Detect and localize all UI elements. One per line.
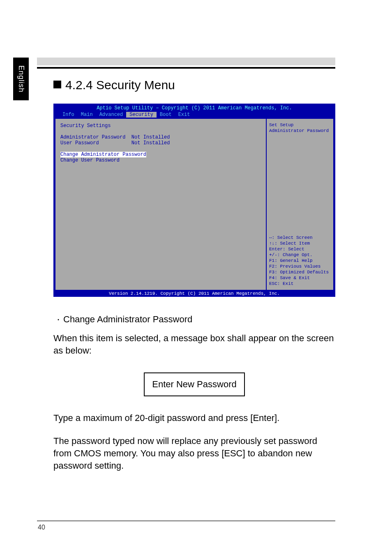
bios-tab-main[interactable]: Main	[78, 112, 96, 118]
bios-row-label: User Password	[60, 140, 99, 146]
bios-key-line: ESC: Exit	[269, 281, 331, 287]
bios-key-line: ↑↓: Select Item	[269, 240, 331, 246]
paragraph: Type a maximum of 20-digit password and …	[53, 412, 335, 424]
page: English 4.2.4 Security Menu Aptio Setup …	[0, 0, 392, 555]
bios-row: Administrator Password Not Installed	[60, 134, 261, 140]
bios-tab-advanced[interactable]: Advanced	[96, 112, 127, 118]
bios-row: User Password Not Installed	[60, 140, 261, 146]
bullet-text: Change Administrator Password	[63, 314, 192, 325]
bios-tab-exit[interactable]: Exit	[175, 112, 194, 118]
paragraph: The password typed now will replace any …	[53, 435, 335, 472]
bios-key-line: ↔: Select Screen	[269, 235, 331, 240]
bios-key-help: ↔: Select Screen ↑↓: Select Item Enter: …	[269, 235, 331, 287]
bios-action-change-admin-pw[interactable]: Change Administrator Password	[60, 152, 261, 157]
bios-key-line: +/-: Change Opt.	[269, 252, 331, 258]
enter-password-box: Enter New Password	[144, 372, 244, 396]
header-rule	[37, 58, 335, 65]
bios-key-line: Enter: Select	[269, 246, 331, 252]
bios-tab-info[interactable]: Info	[59, 112, 78, 118]
bios-tab-boot[interactable]: Boot	[157, 112, 175, 118]
bios-menu-bar: Info Main Advanced Security Boot Exit	[53, 111, 335, 119]
bios-help-text: Set Setup Administrator Password	[269, 122, 331, 134]
bullet-item: · Change Administrator Password	[53, 314, 335, 325]
bios-action-change-user-pw[interactable]: Change User Password	[60, 157, 261, 163]
bios-row-label: Administrator Password	[60, 134, 125, 140]
bios-title: Aptio Setup Utility – Copyright (C) 2011…	[53, 104, 335, 111]
bios-key-line: F2: Previous Values	[269, 264, 331, 269]
square-bullet-icon	[53, 81, 61, 88]
bios-footer: Version 2.14.1219. Copyright (C) 2011 Am…	[53, 290, 335, 297]
bios-tab-security[interactable]: Security	[126, 112, 157, 118]
section-heading: 4.2.4 Security Menu	[53, 78, 335, 92]
content-body: 4.2.4 Security Menu Aptio Setup Utility …	[53, 78, 335, 483]
bullet-dot-icon: ·	[53, 315, 63, 324]
bios-key-line: F4: Save & Exit	[269, 275, 331, 281]
bios-screenshot: Aptio Setup Utility – Copyright (C) 2011…	[53, 104, 335, 297]
bios-left-panel: Security Settings Administrator Password…	[55, 118, 266, 290]
bios-panels: Security Settings Administrator Password…	[55, 118, 334, 290]
bios-key-line: F3: Optimized Defaults	[269, 269, 331, 275]
header-rule-accent	[37, 67, 335, 69]
page-number: 40	[38, 524, 45, 531]
section-heading-text: 4.2.4 Security Menu	[65, 78, 175, 92]
bios-section-label: Security Settings	[60, 123, 261, 129]
box-wrapper: Enter New Password	[53, 368, 335, 412]
footer-rule	[37, 520, 335, 521]
language-tab-label: English	[17, 65, 25, 92]
bios-right-panel: Set Setup Administrator Password ↔: Sele…	[266, 118, 334, 290]
language-tab: English	[13, 58, 29, 100]
paragraph: When this item is selected, a message bo…	[53, 332, 335, 357]
bios-key-line: F1: General Help	[269, 258, 331, 264]
bios-row-value: Not Installed	[131, 140, 170, 146]
bios-row-value: Not Installed	[131, 134, 170, 140]
